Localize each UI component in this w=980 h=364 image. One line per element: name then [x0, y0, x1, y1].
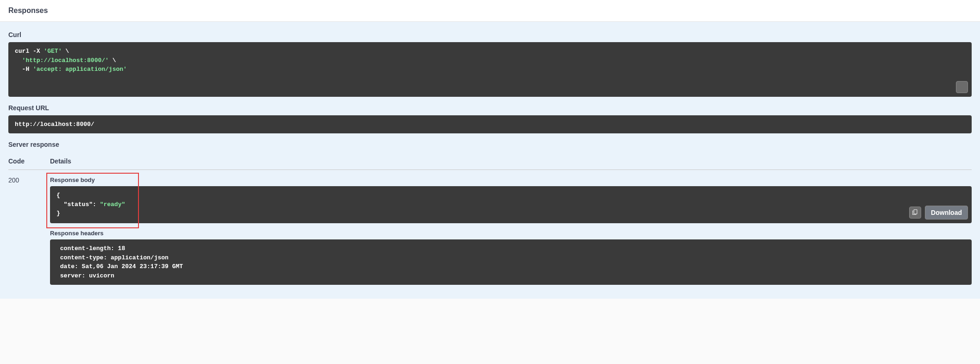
- curl-cmd: curl: [15, 48, 29, 55]
- request-url-block: http://localhost:8000/: [8, 115, 972, 134]
- response-body-wrap: { "status": "ready"} Download: [50, 186, 972, 223]
- responses-content: Curl curl -X 'GET' \ 'http://localhost:8…: [0, 22, 980, 299]
- page-title: Responses: [8, 6, 972, 15]
- curl-header: 'accept: application/json': [33, 66, 127, 73]
- curl-label: Curl: [8, 31, 972, 38]
- response-table-header: Code Details: [8, 153, 972, 170]
- response-body-label: Response body: [50, 176, 972, 183]
- json-colon: :: [93, 201, 96, 208]
- response-headers: content-length: 18 content-type: applica…: [50, 239, 972, 285]
- copy-curl-button[interactable]: [956, 81, 968, 93]
- col-header-details: Details: [50, 157, 972, 165]
- svg-rect-1: [914, 209, 917, 213]
- json-key: "status": [64, 201, 93, 208]
- json-open: {: [57, 192, 60, 199]
- curl-method: 'GET': [44, 48, 62, 55]
- json-value: "ready": [100, 201, 126, 208]
- curl-flag-x: -X: [33, 48, 40, 55]
- copy-body-button[interactable]: [909, 207, 921, 219]
- server-response-label: Server response: [8, 141, 972, 148]
- download-button[interactable]: Download: [925, 206, 968, 220]
- curl-url: 'http://localhost:8000/': [22, 57, 109, 64]
- json-close: }: [57, 210, 60, 217]
- curl-block: curl -X 'GET' \ 'http://localhost:8000/'…: [8, 42, 972, 97]
- clipboard-icon: [911, 208, 919, 217]
- section-header: Responses: [0, 0, 980, 22]
- curl-bs1: \: [65, 48, 69, 55]
- curl-flag-h: -H: [22, 66, 30, 73]
- col-header-code: Code: [8, 157, 50, 165]
- status-code: 200: [8, 176, 50, 285]
- request-url-label: Request URL: [8, 104, 972, 112]
- response-details: Response body { "status": "ready"} Downl…: [50, 176, 972, 285]
- clipboard-icon: [944, 73, 972, 97]
- curl-bs2: \: [113, 57, 116, 64]
- response-body: { "status": "ready"}: [50, 186, 972, 223]
- response-headers-label: Response headers: [50, 230, 972, 237]
- response-row: 200 Response body { "status": "ready"} D…: [8, 170, 972, 285]
